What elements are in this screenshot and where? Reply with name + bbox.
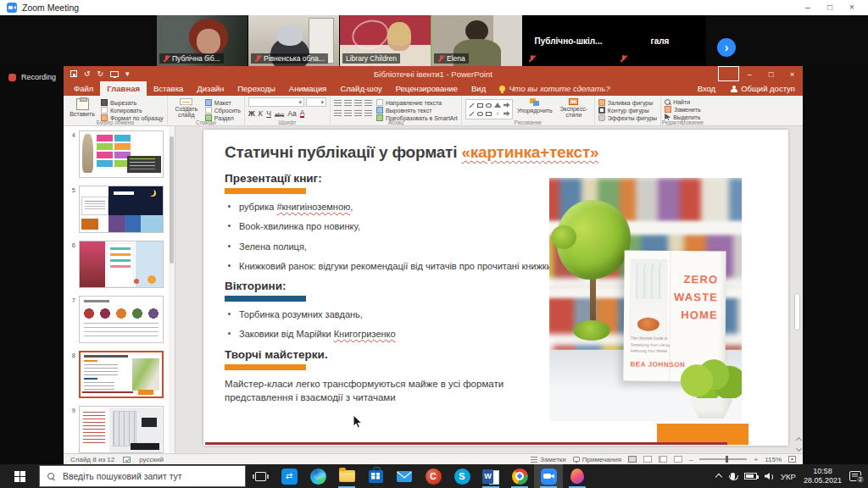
- strikethrough-button[interactable]: abc: [275, 112, 284, 118]
- tell-me-box[interactable]: Что вы хотите сделать?: [492, 81, 616, 96]
- taskbar-app-ccleaner[interactable]: C: [419, 464, 448, 488]
- participant-tile-6[interactable]: галя: [615, 15, 706, 66]
- copy-button[interactable]: Копировать: [101, 107, 164, 114]
- tab-insert[interactable]: Вставка: [147, 81, 190, 96]
- zoom-out-button[interactable]: –: [689, 456, 693, 463]
- reset-button[interactable]: Сбросить: [205, 107, 241, 114]
- taskbar-search[interactable]: [39, 465, 246, 487]
- zoom-slider-thumb[interactable]: [726, 456, 728, 463]
- task-view-button[interactable]: [246, 464, 275, 488]
- slideshow-icon[interactable]: [110, 71, 119, 77]
- new-slide-button[interactable]: Создать слайд: [171, 97, 202, 119]
- tab-slideshow[interactable]: Слайд-шоу: [333, 81, 388, 96]
- participant-tile-3-active-speaker[interactable]: Library Children: [340, 15, 431, 66]
- next-participants-button[interactable]: ›: [717, 38, 736, 57]
- taskbar-app-mail[interactable]: [390, 464, 419, 488]
- undo-icon[interactable]: ↺: [84, 70, 91, 78]
- taskbar-app-paint3d[interactable]: [563, 464, 592, 488]
- clock[interactable]: 10:58 28.05.2021: [804, 467, 842, 486]
- start-button[interactable]: [0, 464, 39, 488]
- share-button[interactable]: Общий доступ: [723, 81, 803, 96]
- zoom-in-button[interactable]: +: [754, 456, 758, 463]
- minimize-button[interactable]: –: [797, 0, 819, 15]
- tab-review[interactable]: Рецензирование: [389, 81, 465, 96]
- reading-view-button[interactable]: [659, 456, 667, 463]
- next-slide-button[interactable]: [796, 446, 802, 452]
- spell-check-icon[interactable]: [123, 457, 131, 463]
- comments-toggle[interactable]: Примечания: [573, 456, 621, 463]
- minimize-button[interactable]: –: [739, 66, 760, 81]
- font-name-combo[interactable]: ▾: [248, 97, 304, 107]
- maximize-button[interactable]: □: [819, 0, 841, 15]
- change-case-button[interactable]: Аа: [287, 109, 297, 118]
- font-color-button[interactable]: А: [300, 109, 305, 119]
- shapes-gallery[interactable]: ☆: [465, 99, 513, 119]
- taskbar-app-edge[interactable]: [303, 464, 332, 488]
- battery-icon[interactable]: [744, 473, 757, 480]
- save-icon[interactable]: [70, 70, 77, 77]
- slide-canvas[interactable]: Статичні публікації у форматі «картинка+…: [175, 126, 803, 453]
- zoom-level[interactable]: 115%: [765, 456, 782, 463]
- align-text-button[interactable]: Выровнять текст: [376, 107, 458, 114]
- slide-thumbnail-9[interactable]: 9: [69, 406, 164, 453]
- search-input[interactable]: [61, 470, 237, 482]
- notes-toggle[interactable]: Заметки: [531, 456, 566, 463]
- close-button[interactable]: ×: [782, 66, 803, 81]
- tab-transitions[interactable]: Переходы: [231, 81, 282, 96]
- tab-view[interactable]: Вид: [465, 81, 492, 96]
- sign-in-button[interactable]: Вход: [690, 81, 724, 96]
- slide-thumbnail-8-selected[interactable]: 8: [69, 351, 164, 398]
- bold-button[interactable]: Ж: [248, 109, 255, 118]
- italic-button[interactable]: К: [259, 109, 264, 118]
- paste-button[interactable]: Вставить: [67, 97, 97, 119]
- text-direction-button[interactable]: Направление текста: [376, 99, 458, 106]
- language-indicator[interactable]: русский: [139, 456, 164, 463]
- underline-button[interactable]: Ч: [266, 109, 271, 118]
- slideshow-view-button[interactable]: [674, 456, 682, 463]
- action-center-icon[interactable]: 2: [849, 471, 861, 481]
- font-size-combo[interactable]: ▾: [306, 97, 326, 107]
- normal-view-button[interactable]: [628, 456, 637, 463]
- participant-tile-4[interactable]: Elena: [431, 15, 523, 66]
- tray-microphone-icon[interactable]: [731, 473, 735, 480]
- arrange-button[interactable]: Упорядочить: [516, 97, 554, 119]
- slide-thumbnail-4[interactable]: 4: [69, 130, 164, 178]
- thumbnail-scrollbar[interactable]: [169, 126, 175, 453]
- shape-outline-button[interactable]: Контур фигуры: [598, 107, 657, 114]
- restore-button[interactable]: □: [760, 66, 782, 81]
- taskbar-app-file-explorer[interactable]: [332, 464, 361, 488]
- slide-sorter-view-button[interactable]: [643, 456, 652, 463]
- fit-slide-button[interactable]: [788, 456, 796, 463]
- slide-scrollbar[interactable]: [794, 293, 800, 330]
- quick-styles-button[interactable]: Экспресс-стили: [557, 97, 591, 119]
- taskbar-app-store[interactable]: [361, 464, 390, 488]
- tab-design[interactable]: Дизайн: [190, 81, 231, 96]
- language-indicator[interactable]: УКР: [781, 472, 796, 481]
- layout-button[interactable]: Макет: [205, 99, 241, 106]
- tab-home[interactable]: Главная: [100, 81, 147, 96]
- find-button[interactable]: Найти: [665, 99, 700, 105]
- slide-thumbnail-5[interactable]: 5: [69, 186, 164, 233]
- zoom-slider[interactable]: [699, 458, 747, 460]
- shape-effects-button[interactable]: Эффекты фигуры: [598, 114, 657, 121]
- taskbar-app-teamviewer[interactable]: ⇄: [275, 464, 303, 488]
- replace-button[interactable]: Заменить: [665, 106, 700, 113]
- tab-animations[interactable]: Анимация: [282, 81, 334, 96]
- cut-button[interactable]: Вырезать: [101, 99, 164, 106]
- slide-thumbnail-6[interactable]: 6: [69, 241, 164, 288]
- taskbar-app-word[interactable]: W: [476, 464, 505, 488]
- taskbar-app-skype[interactable]: S: [448, 464, 476, 488]
- participant-tile-1[interactable]: Публічна біб...: [157, 15, 248, 66]
- participant-tile-5[interactable]: Публічно-шкіл...: [523, 15, 615, 66]
- taskbar-app-zoom-active[interactable]: [534, 464, 563, 488]
- shape-fill-button[interactable]: Заливка фигуры: [598, 99, 657, 106]
- tab-file[interactable]: Файл: [67, 81, 100, 96]
- participant-tile-2[interactable]: Рівненська обла...: [248, 15, 340, 66]
- ribbon-display-options-button[interactable]: [718, 66, 739, 81]
- paragraph-buttons[interactable]: [334, 97, 373, 119]
- tray-expand-icon[interactable]: [715, 474, 722, 480]
- slide-thumbnail-7[interactable]: 7: [69, 296, 164, 343]
- previous-slide-button[interactable]: [796, 437, 802, 443]
- taskbar-app-chrome[interactable]: [505, 464, 534, 488]
- redo-icon[interactable]: ↻: [97, 70, 104, 78]
